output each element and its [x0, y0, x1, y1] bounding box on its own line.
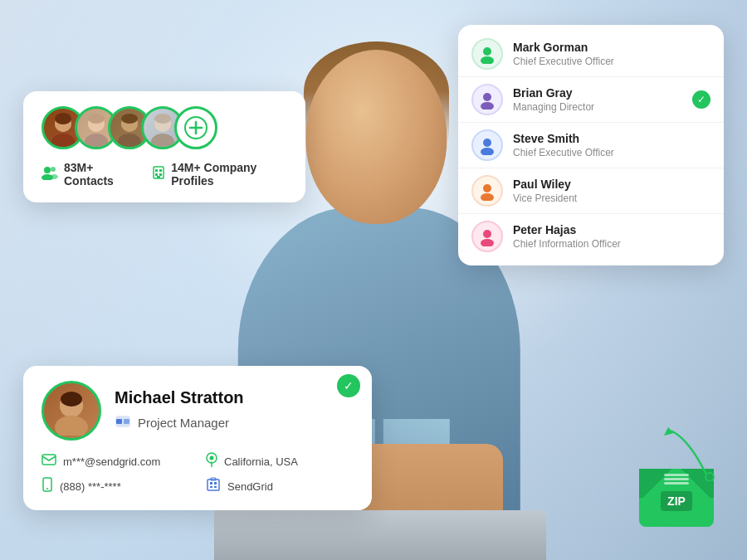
company-icon	[206, 477, 221, 495]
svg-rect-46	[42, 455, 56, 465]
contacts-stat-label: 83M+ Contacts	[64, 161, 135, 187]
svg-point-48	[210, 456, 214, 460]
svg-point-20	[51, 167, 56, 172]
person-name-paul: Paul Wiley	[513, 178, 710, 191]
svg-point-57	[706, 473, 714, 481]
contact-role: Project Manager	[115, 412, 354, 433]
contact-verified-badge: ✓	[337, 374, 360, 397]
person-title-brian: Managing Director	[513, 101, 682, 113]
person-info-mark: Mark Gorman Chief Executive Officer	[513, 41, 710, 67]
svg-point-9	[118, 134, 141, 147]
company-stat-label: 14M+ Company Profiles	[171, 161, 287, 187]
zip-label: ZIP	[661, 491, 692, 511]
contacts-card: 83M+ Contacts 14M+ Company Profiles	[23, 91, 305, 202]
company-value: SendGrid	[227, 480, 273, 493]
zip-arrow	[656, 423, 722, 481]
list-item[interactable]: Peter Hajas Chief Information Officer	[458, 213, 724, 259]
svg-point-31	[483, 93, 491, 101]
svg-point-19	[44, 167, 51, 173]
person-info-peter: Peter Hajas Chief Information Officer	[513, 223, 710, 250]
svg-point-3	[55, 113, 71, 124]
person-avatar-brian	[471, 84, 503, 115]
email-icon	[42, 454, 56, 469]
person-avatar-steve	[471, 129, 503, 161]
svg-rect-54	[210, 486, 212, 488]
list-item[interactable]: Steve Smith Chief Executive Officer	[458, 122, 724, 168]
svg-point-30	[481, 56, 494, 64]
svg-rect-51	[208, 480, 219, 490]
email-detail: m***@sendgrid.com	[42, 452, 189, 470]
contacts-stat: 83M+ Contacts	[42, 161, 135, 187]
person-title-peter: Chief Information Officer	[513, 238, 710, 250]
company-detail: SendGrid	[206, 477, 354, 495]
verified-badge-brian: ✓	[692, 90, 710, 109]
svg-point-41	[61, 392, 82, 407]
contact-header: Michael Stratton Project Manager ✓	[42, 381, 354, 441]
person-avatar-peter	[471, 221, 503, 252]
phone-icon	[42, 477, 53, 495]
person-name-steve: Steve Smith	[513, 132, 710, 145]
contact-name-block: Michael Stratton Project Manager	[115, 388, 354, 433]
svg-rect-55	[214, 486, 217, 488]
people-card: Mark Gorman Chief Executive Officer Bria…	[458, 25, 724, 265]
building-icon	[152, 165, 165, 184]
svg-rect-53	[214, 482, 217, 485]
svg-point-5	[85, 134, 108, 147]
svg-point-35	[483, 184, 491, 192]
location-detail: California, USA	[206, 452, 354, 470]
people-icon	[42, 165, 58, 184]
location-icon	[206, 452, 217, 470]
avatar-row	[42, 106, 287, 149]
add-avatar-button[interactable]	[174, 106, 217, 149]
person-name-brian: Brian Gray	[513, 86, 682, 100]
envelope-line	[664, 482, 689, 485]
person-head	[305, 50, 447, 224]
svg-rect-52	[210, 482, 212, 485]
phone-value: (888) ***-****	[60, 480, 121, 493]
person-title-steve: Chief Executive Officer	[513, 147, 710, 158]
person-title-mark: Chief Executive Officer	[513, 56, 710, 67]
svg-point-50	[46, 488, 48, 489]
company-stat: 14M+ Company Profiles	[152, 161, 287, 187]
svg-rect-26	[155, 173, 158, 176]
contact-card: Michael Stratton Project Manager ✓	[23, 366, 372, 510]
list-item[interactable]: Paul Wiley Vice President	[458, 168, 724, 213]
role-icon	[115, 412, 131, 433]
svg-point-37	[483, 230, 491, 238]
svg-point-22	[50, 174, 58, 179]
svg-point-34	[481, 148, 494, 155]
person-info-steve: Steve Smith Chief Executive Officer	[513, 132, 710, 158]
svg-point-15	[154, 114, 171, 124]
location-value: California, USA	[224, 455, 298, 468]
person-info-paul: Paul Wiley Vice President	[513, 178, 710, 204]
stats-row: 83M+ Contacts 14M+ Company Profiles	[42, 161, 287, 187]
person-name-mark: Mark Gorman	[513, 41, 710, 54]
svg-point-32	[481, 102, 494, 110]
person-avatar-paul	[471, 175, 503, 207]
contact-name: Michael Stratton	[115, 388, 354, 407]
contact-avatar	[42, 381, 101, 441]
zip-envelope: ZIP	[639, 469, 714, 527]
svg-rect-27	[159, 173, 162, 176]
email-value: m***@sendgrid.com	[63, 455, 160, 468]
person-title-paul: Vice President	[513, 192, 710, 204]
svg-point-29	[483, 47, 491, 56]
laptop	[214, 510, 546, 560]
svg-point-13	[151, 134, 174, 147]
svg-point-11	[121, 114, 138, 124]
svg-point-33	[483, 139, 491, 147]
svg-point-7	[88, 114, 105, 124]
contact-details: m***@sendgrid.com California, USA (888	[42, 452, 354, 495]
svg-rect-25	[159, 169, 162, 172]
svg-rect-44	[116, 419, 122, 424]
person-name-peter: Peter Hajas	[513, 223, 710, 236]
svg-point-1	[51, 134, 75, 147]
svg-rect-45	[124, 419, 129, 424]
svg-point-36	[481, 193, 494, 201]
svg-point-42	[55, 416, 88, 436]
phone-detail: (888) ***-****	[42, 477, 189, 495]
list-item[interactable]: Brian Gray Managing Director ✓	[458, 76, 724, 122]
svg-rect-28	[157, 176, 160, 178]
list-item[interactable]: Mark Gorman Chief Executive Officer	[458, 32, 724, 76]
svg-point-38	[481, 239, 494, 246]
